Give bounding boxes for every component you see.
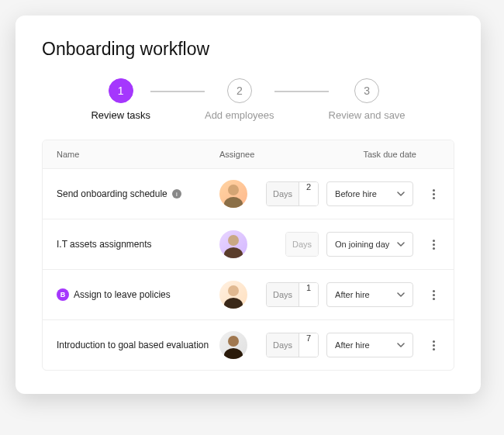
- table-row: Send onboarding scheduleiDays2Before hir…: [43, 168, 454, 219]
- task-name-cell: I.T assets assignments: [57, 239, 219, 250]
- page-title: Onboarding workflow: [42, 39, 454, 60]
- days-label: Days: [267, 283, 299, 306]
- task-name: I.T assets assignments: [57, 239, 152, 250]
- step-label-3: Review and save: [329, 109, 406, 121]
- days-label: Days: [267, 182, 299, 205]
- step-connector: [150, 91, 205, 92]
- table-row: BAssign to leave policiesDays1After hire: [43, 269, 454, 319]
- days-value[interactable]: 2: [299, 182, 318, 205]
- timing-select[interactable]: After hire: [326, 333, 413, 357]
- assignee-cell: [219, 180, 266, 208]
- days-input[interactable]: Days2: [266, 181, 319, 206]
- header-due: Task due date: [281, 150, 440, 159]
- assignee-cell: [219, 331, 266, 359]
- step-label-1: Review tasks: [91, 109, 150, 121]
- days-input[interactable]: Days7: [266, 333, 319, 357]
- avatar[interactable]: [219, 230, 247, 258]
- chevron-down-icon: [397, 291, 405, 299]
- task-name: Assign to leave policies: [74, 289, 171, 300]
- step-label-2: Add employees: [205, 109, 274, 121]
- chevron-down-icon: [397, 190, 405, 198]
- step-number-2: 2: [227, 78, 252, 103]
- due-cell: Days7After hire: [266, 333, 440, 357]
- timing-value: Before hire: [335, 189, 377, 199]
- timing-value: After hire: [335, 290, 370, 299]
- step-number-1: 1: [109, 78, 133, 103]
- days-input[interactable]: Days1: [266, 282, 319, 307]
- step-review-save[interactable]: 3 Review and save: [329, 78, 406, 121]
- table-row: Introduction to goal based evaluationDay…: [43, 319, 454, 370]
- task-name-cell: Send onboarding schedulei: [57, 188, 219, 199]
- task-name: Introduction to goal based evaluation: [57, 340, 209, 350]
- tasks-table: Name Assignee Task due date Send onboard…: [42, 140, 454, 371]
- row-menu-icon[interactable]: [427, 290, 440, 300]
- row-menu-icon[interactable]: [427, 189, 440, 199]
- timing-value: On joining day: [335, 240, 389, 249]
- chevron-down-icon: [397, 341, 405, 349]
- due-cell: DaysOn joining day: [266, 232, 440, 257]
- avatar[interactable]: [219, 331, 247, 359]
- step-number-3: 3: [354, 78, 379, 103]
- info-icon[interactable]: i: [172, 189, 181, 199]
- due-cell: Days2Before hire: [266, 181, 440, 206]
- timing-value: After hire: [335, 340, 370, 350]
- days-value[interactable]: 1: [299, 283, 318, 306]
- task-name: Send onboarding schedule: [57, 188, 167, 199]
- timing-select[interactable]: Before hire: [326, 181, 413, 206]
- step-review-tasks[interactable]: 1 Review tasks: [91, 78, 150, 121]
- days-value[interactable]: 7: [299, 333, 318, 357]
- step-add-employees[interactable]: 2 Add employees: [205, 78, 274, 121]
- days-label: Days: [267, 333, 299, 357]
- due-cell: Days1After hire: [266, 282, 440, 307]
- days-label: Days: [286, 233, 318, 256]
- step-connector: [274, 91, 329, 92]
- avatar[interactable]: [219, 281, 247, 309]
- stepper: 1 Review tasks 2 Add employees 3 Review …: [42, 78, 454, 121]
- task-name-cell: Introduction to goal based evaluation: [57, 340, 219, 350]
- workflow-card: Onboarding workflow 1 Review tasks 2 Add…: [16, 16, 481, 394]
- badge-icon: B: [57, 288, 69, 301]
- header-name: Name: [57, 150, 219, 159]
- row-menu-icon[interactable]: [427, 340, 440, 350]
- assignee-cell: [219, 230, 266, 258]
- row-menu-icon[interactable]: [427, 240, 440, 250]
- header-assignee: Assignee: [219, 150, 281, 159]
- chevron-down-icon: [397, 240, 405, 248]
- table-row: I.T assets assignmentsDaysOn joining day: [43, 219, 454, 269]
- table-header: Name Assignee Task due date: [43, 140, 454, 168]
- avatar[interactable]: [219, 180, 247, 208]
- days-input: Days: [285, 232, 319, 257]
- timing-select[interactable]: On joining day: [326, 232, 413, 257]
- assignee-cell: [219, 281, 266, 309]
- timing-select[interactable]: After hire: [326, 282, 413, 307]
- task-name-cell: BAssign to leave policies: [57, 288, 219, 301]
